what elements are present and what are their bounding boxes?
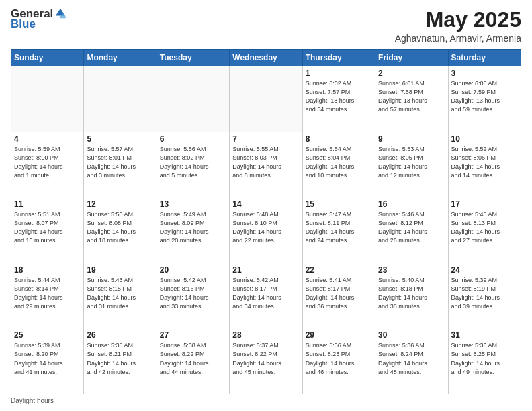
calendar-day-cell: 4Sunrise: 5:59 AM Sunset: 8:00 PM Daylig… (11, 132, 84, 197)
day-info: Sunrise: 5:52 AM Sunset: 8:06 PM Dayligh… (451, 145, 518, 180)
calendar-day-cell: 18Sunrise: 5:44 AM Sunset: 8:14 PM Dayli… (11, 263, 84, 328)
day-info: Sunrise: 5:36 AM Sunset: 8:24 PM Dayligh… (378, 341, 445, 376)
day-info: Sunrise: 5:36 AM Sunset: 8:25 PM Dayligh… (451, 341, 518, 376)
month-title: May 2025 (395, 8, 521, 32)
day-number: 19 (87, 265, 153, 275)
day-info: Sunrise: 5:56 AM Sunset: 8:02 PM Dayligh… (160, 145, 226, 180)
calendar-day-cell: 21Sunrise: 5:42 AM Sunset: 8:17 PM Dayli… (230, 263, 302, 328)
day-number: 20 (160, 265, 226, 275)
logo-blue: Blue (11, 18, 36, 30)
calendar-day-cell (230, 66, 302, 132)
day-info: Sunrise: 5:38 AM Sunset: 8:22 PM Dayligh… (160, 341, 226, 376)
calendar-day-cell: 1Sunrise: 6:02 AM Sunset: 7:57 PM Daylig… (302, 66, 375, 132)
day-info: Sunrise: 5:45 AM Sunset: 8:13 PM Dayligh… (451, 210, 518, 245)
page: General Blue May 2025 Aghavnatun, Armavi… (0, 0, 532, 411)
day-info: Sunrise: 5:50 AM Sunset: 8:08 PM Dayligh… (87, 210, 153, 245)
calendar-day-cell: 10Sunrise: 5:52 AM Sunset: 8:06 PM Dayli… (448, 132, 521, 197)
calendar-day-cell: 8Sunrise: 5:54 AM Sunset: 8:04 PM Daylig… (302, 132, 375, 197)
calendar-day-cell: 15Sunrise: 5:47 AM Sunset: 8:11 PM Dayli… (302, 197, 375, 263)
day-number: 10 (451, 134, 518, 144)
calendar-day-cell: 13Sunrise: 5:49 AM Sunset: 8:09 PM Dayli… (157, 197, 229, 263)
calendar-day-cell: 5Sunrise: 5:57 AM Sunset: 8:01 PM Daylig… (84, 132, 157, 197)
day-number: 25 (14, 330, 81, 340)
day-number: 15 (306, 199, 372, 209)
calendar-day-cell: 17Sunrise: 5:45 AM Sunset: 8:13 PM Dayli… (448, 197, 521, 263)
day-info: Sunrise: 5:53 AM Sunset: 8:05 PM Dayligh… (378, 145, 445, 180)
calendar-day-cell (84, 66, 157, 132)
day-number: 3 (451, 68, 518, 78)
calendar-week-row: 4Sunrise: 5:59 AM Sunset: 8:00 PM Daylig… (11, 132, 521, 197)
calendar-day-cell: 24Sunrise: 5:39 AM Sunset: 8:19 PM Dayli… (448, 263, 521, 328)
day-number: 26 (87, 330, 153, 340)
day-info: Sunrise: 5:41 AM Sunset: 8:17 PM Dayligh… (306, 276, 372, 311)
calendar-day-cell: 14Sunrise: 5:48 AM Sunset: 8:10 PM Dayli… (230, 197, 302, 263)
day-info: Sunrise: 5:46 AM Sunset: 8:12 PM Dayligh… (378, 210, 445, 245)
calendar-week-row: 11Sunrise: 5:51 AM Sunset: 8:07 PM Dayli… (11, 197, 521, 263)
calendar-day-header: Sunday (11, 50, 84, 66)
day-number: 16 (378, 199, 445, 209)
logo: General Blue (11, 8, 66, 30)
day-info: Sunrise: 5:42 AM Sunset: 8:16 PM Dayligh… (160, 276, 226, 311)
day-number: 23 (378, 265, 445, 275)
calendar-day-cell: 3Sunrise: 6:00 AM Sunset: 7:59 PM Daylig… (448, 66, 521, 132)
calendar-week-row: 25Sunrise: 5:39 AM Sunset: 8:20 PM Dayli… (11, 328, 521, 394)
day-info: Sunrise: 5:38 AM Sunset: 8:21 PM Dayligh… (87, 341, 153, 376)
day-info: Sunrise: 5:37 AM Sunset: 8:22 PM Dayligh… (232, 341, 299, 376)
calendar-day-cell: 22Sunrise: 5:41 AM Sunset: 8:17 PM Dayli… (302, 263, 375, 328)
calendar-day-cell: 20Sunrise: 5:42 AM Sunset: 8:16 PM Dayli… (157, 263, 229, 328)
day-info: Sunrise: 5:44 AM Sunset: 8:14 PM Dayligh… (14, 276, 81, 311)
calendar-day-cell: 12Sunrise: 5:50 AM Sunset: 8:08 PM Dayli… (84, 197, 157, 263)
calendar-day-header: Saturday (448, 50, 521, 66)
subtitle: Aghavnatun, Armavir, Armenia (395, 33, 521, 44)
day-number: 12 (87, 199, 153, 209)
calendar-day-header: Wednesday (230, 50, 302, 66)
day-info: Sunrise: 5:48 AM Sunset: 8:10 PM Dayligh… (232, 210, 299, 245)
day-number: 1 (306, 68, 372, 78)
day-info: Sunrise: 5:51 AM Sunset: 8:07 PM Dayligh… (14, 210, 81, 245)
day-info: Sunrise: 5:47 AM Sunset: 8:11 PM Dayligh… (306, 210, 372, 245)
day-info: Sunrise: 6:01 AM Sunset: 7:58 PM Dayligh… (378, 79, 445, 114)
calendar-day-cell: 31Sunrise: 5:36 AM Sunset: 8:25 PM Dayli… (448, 328, 521, 394)
day-number: 21 (232, 265, 299, 275)
calendar-day-cell: 27Sunrise: 5:38 AM Sunset: 8:22 PM Dayli… (157, 328, 229, 394)
day-info: Sunrise: 5:40 AM Sunset: 8:18 PM Dayligh… (378, 276, 445, 311)
footer-note: Daylight hours (11, 397, 521, 404)
day-info: Sunrise: 5:55 AM Sunset: 8:03 PM Dayligh… (232, 145, 299, 180)
day-number: 22 (306, 265, 372, 275)
calendar-week-row: 18Sunrise: 5:44 AM Sunset: 8:14 PM Dayli… (11, 263, 521, 328)
day-info: Sunrise: 5:49 AM Sunset: 8:09 PM Dayligh… (160, 210, 226, 245)
day-info: Sunrise: 6:02 AM Sunset: 7:57 PM Dayligh… (306, 79, 372, 114)
day-number: 11 (14, 199, 81, 209)
calendar-day-cell (11, 66, 84, 132)
calendar-day-cell: 2Sunrise: 6:01 AM Sunset: 7:58 PM Daylig… (375, 66, 448, 132)
day-number: 18 (14, 265, 81, 275)
day-info: Sunrise: 5:57 AM Sunset: 8:01 PM Dayligh… (87, 145, 153, 180)
calendar-day-cell: 11Sunrise: 5:51 AM Sunset: 8:07 PM Dayli… (11, 197, 84, 263)
calendar-day-cell: 29Sunrise: 5:36 AM Sunset: 8:23 PM Dayli… (302, 328, 375, 394)
calendar-table: SundayMondayTuesdayWednesdayThursdayFrid… (11, 49, 521, 394)
calendar-day-cell: 19Sunrise: 5:43 AM Sunset: 8:15 PM Dayli… (84, 263, 157, 328)
calendar-day-cell: 6Sunrise: 5:56 AM Sunset: 8:02 PM Daylig… (157, 132, 229, 197)
day-number: 31 (451, 330, 518, 340)
calendar-day-header: Monday (84, 50, 157, 66)
day-info: Sunrise: 5:39 AM Sunset: 8:20 PM Dayligh… (14, 341, 81, 376)
header: General Blue May 2025 Aghavnatun, Armavi… (11, 8, 521, 44)
day-number: 2 (378, 68, 445, 78)
day-number: 9 (378, 134, 445, 144)
day-number: 5 (87, 134, 153, 144)
calendar-day-cell: 26Sunrise: 5:38 AM Sunset: 8:21 PM Dayli… (84, 328, 157, 394)
calendar-day-cell: 7Sunrise: 5:55 AM Sunset: 8:03 PM Daylig… (230, 132, 302, 197)
day-number: 29 (306, 330, 372, 340)
calendar-week-row: 1Sunrise: 6:02 AM Sunset: 7:57 PM Daylig… (11, 66, 521, 132)
day-info: Sunrise: 5:39 AM Sunset: 8:19 PM Dayligh… (451, 276, 518, 311)
calendar-day-header: Thursday (302, 50, 375, 66)
calendar-day-header: Tuesday (157, 50, 229, 66)
calendar-day-cell: 23Sunrise: 5:40 AM Sunset: 8:18 PM Dayli… (375, 263, 448, 328)
day-number: 14 (232, 199, 299, 209)
day-number: 28 (232, 330, 299, 340)
calendar-day-cell: 28Sunrise: 5:37 AM Sunset: 8:22 PM Dayli… (230, 328, 302, 394)
calendar-day-cell: 9Sunrise: 5:53 AM Sunset: 8:05 PM Daylig… (375, 132, 448, 197)
day-number: 6 (160, 134, 226, 144)
calendar-day-cell: 16Sunrise: 5:46 AM Sunset: 8:12 PM Dayli… (375, 197, 448, 263)
calendar-day-cell: 25Sunrise: 5:39 AM Sunset: 8:20 PM Dayli… (11, 328, 84, 394)
